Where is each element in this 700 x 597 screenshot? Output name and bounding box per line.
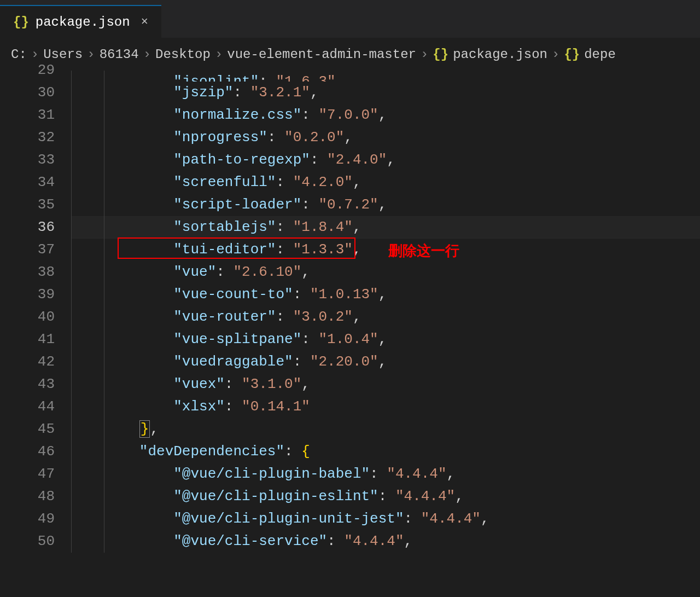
line-number: 46 [0,440,55,463]
code-line[interactable]: "devDependencies": { [71,440,700,463]
line-number: 50 [0,530,55,553]
line-number: 34 [0,171,55,194]
code-line[interactable]: "jszip": "3.2.1", [71,82,700,104]
code-line[interactable]: "xlsx": "0.14.1" [71,396,700,418]
line-number: 41 [0,328,55,351]
line-number: 33 [0,149,55,171]
breadcrumb-part[interactable]: 86134 [100,47,139,62]
line-number: 47 [0,463,55,485]
breadcrumb-part[interactable]: Users [43,47,83,62]
chevron-right-icon: › [421,47,428,62]
chevron-right-icon: › [215,47,223,62]
line-number: 45 [0,418,55,440]
code-line[interactable]: "script-loader": "0.7.2", [71,194,700,216]
line-number: 38 [0,261,55,283]
code-line[interactable]: "nprogress": "0.2.0", [71,126,700,149]
line-number: 40 [0,306,55,328]
code-line[interactable]: "vue-router": "3.0.2", [71,306,700,328]
line-number: 35 [0,194,55,216]
code-area[interactable]: "jsonlint": "1.6.3", "jszip": "3.2.1", "… [71,71,700,553]
breadcrumb-file[interactable]: package.json [453,47,547,62]
line-number: 30 [0,82,55,104]
code-line[interactable]: "vuedraggable": "2.20.0", [71,351,700,373]
gutter: 2930313233343536373839404142434445464748… [0,71,71,553]
json-icon: {} [13,15,29,30]
code-line[interactable]: "normalize.css": "7.0.0", [71,104,700,126]
tab-bar: {} package.json × [0,0,700,38]
annotation-label: 删除这一行 [388,240,459,262]
breadcrumb-part[interactable]: C: [11,47,27,62]
breadcrumb-part[interactable]: Desktop [155,47,211,62]
line-number: 36 [0,216,55,239]
line-number: 44 [0,396,55,418]
code-line[interactable]: "@vue/cli-plugin-eslint": "4.4.4", [71,485,700,508]
code-line[interactable]: "screenfull": "4.2.0", [71,171,700,194]
tab-package-json[interactable]: {} package.json × [0,5,161,38]
line-number: 32 [0,126,55,149]
code-line[interactable]: "@vue/cli-service": "4.4.4", [71,530,700,553]
chevron-right-icon: › [552,47,559,62]
breadcrumb[interactable]: C: › Users › 86134 › Desktop › vue-eleme… [0,38,700,71]
editor[interactable]: 2930313233343536373839404142434445464748… [0,71,700,553]
code-line[interactable]: "vue": "2.6.10", [71,261,700,283]
code-line[interactable]: "@vue/cli-plugin-babel": "4.4.4", [71,463,700,485]
line-number: 49 [0,508,55,530]
breadcrumb-symbol[interactable]: depe [584,47,616,62]
code-line[interactable]: "vuex": "3.1.0", [71,373,700,396]
chevron-right-icon: › [87,47,95,62]
line-number: 31 [0,104,55,126]
tab-label: package.json [36,15,130,30]
code-line[interactable]: "vue-splitpane": "1.0.4", [71,328,700,351]
line-number: 43 [0,373,55,396]
close-icon[interactable]: × [141,15,148,29]
code-line[interactable]: }, [71,418,700,440]
code-line[interactable]: "tui-editor": "1.3.3", [71,239,700,261]
code-line[interactable]: "sortablejs": "1.8.4", [71,216,700,239]
breadcrumb-part[interactable]: vue-element-admin-master [227,47,416,62]
chevron-right-icon: › [143,47,151,62]
line-number: 42 [0,351,55,373]
code-line[interactable]: "path-to-regexp": "2.4.0", [71,149,700,171]
json-icon: {} [433,47,448,62]
code-line[interactable]: "vue-count-to": "1.0.13", [71,283,700,306]
code-line[interactable]: "@vue/cli-plugin-unit-jest": "4.4.4", [71,508,700,530]
line-number: 39 [0,283,55,306]
json-icon: {} [564,47,580,62]
line-number: 48 [0,485,55,508]
code-line-truncated[interactable]: "jsonlint": "1.6.3", [71,71,700,82]
line-number: 37 [0,239,55,261]
chevron-right-icon: › [31,47,39,62]
